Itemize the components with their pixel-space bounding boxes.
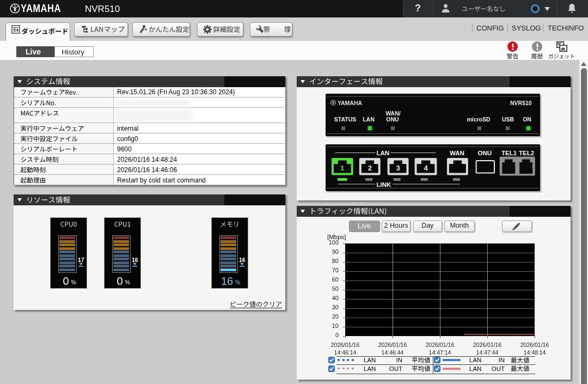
svg-text:4: 4 [424, 164, 428, 172]
svg-text:WAN: WAN [450, 150, 464, 156]
svg-text:LAN: LAN [376, 150, 389, 156]
svg-text:TEL2: TEL2 [519, 150, 534, 156]
svg-text:TEL1: TEL1 [501, 150, 517, 156]
svg-text:ONU: ONU [478, 150, 492, 156]
svg-text:2: 2 [368, 164, 372, 172]
svg-text:3: 3 [396, 164, 400, 172]
svg-text:LINK: LINK [377, 181, 392, 188]
svg-text:1: 1 [340, 164, 344, 172]
